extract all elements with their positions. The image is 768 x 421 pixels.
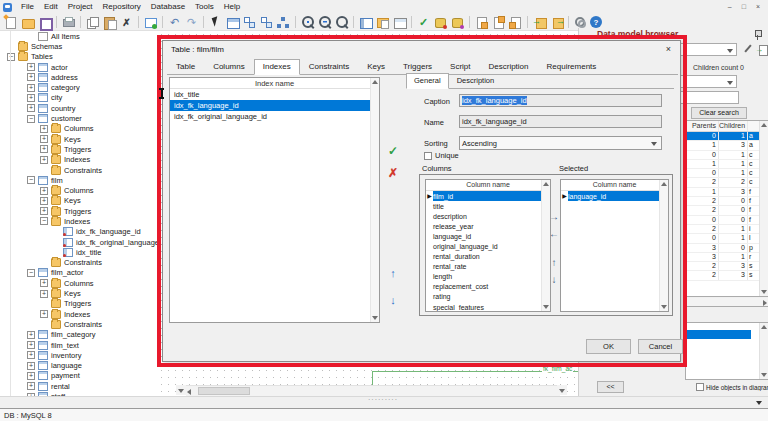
zoom-icon[interactable] — [334, 15, 349, 30]
grid-horizontal-scrollbar[interactable] — [685, 298, 768, 307]
scroll-down-icon[interactable] — [761, 373, 767, 377]
collapse-icon[interactable]: − — [27, 176, 35, 184]
scroll-up-icon[interactable] — [372, 80, 378, 84]
collapse-panel-button[interactable]: << — [597, 381, 624, 393]
panel-collapse-icon[interactable] — [756, 401, 762, 405]
delete-index-button[interactable]: ✗ — [385, 166, 401, 180]
tree-item-triggers[interactable]: Triggers — [0, 299, 176, 309]
column-row[interactable]: language_id — [426, 231, 550, 241]
collapse-icon[interactable]: − — [40, 217, 48, 225]
expand-icon[interactable]: + — [27, 382, 35, 390]
expand-icon[interactable]: + — [27, 104, 35, 112]
scroll-down-icon[interactable] — [661, 305, 667, 309]
tree-item-keys[interactable]: +Keys — [0, 134, 176, 144]
tree-item-all-items[interactable]: All Items — [0, 31, 176, 41]
expand-icon[interactable]: + — [40, 187, 48, 195]
table-row[interactable]: 13f — [686, 188, 768, 197]
tree-item-keys[interactable]: +Keys — [0, 196, 176, 206]
tree-item-columns[interactable]: +Columns — [0, 185, 176, 195]
minimize-icon[interactable]: – — [728, 0, 732, 14]
splitter-handle[interactable]: ········· — [368, 396, 398, 403]
menu-help[interactable]: Help — [219, 0, 245, 14]
scroll-down-icon[interactable] — [543, 305, 549, 309]
zoom-out-icon[interactable] — [317, 15, 332, 30]
validate-icon[interactable]: ✓ — [416, 15, 431, 30]
table-refresh-icon[interactable] — [143, 15, 158, 30]
column-row[interactable]: rating — [426, 292, 550, 302]
table-row[interactable]: 22c — [686, 178, 768, 187]
related-objects-list[interactable] — [685, 322, 768, 380]
tree-item-address[interactable]: +address — [0, 72, 176, 82]
tree-item-indexes[interactable]: −Indexes — [0, 216, 176, 226]
expand-icon[interactable]: + — [40, 125, 48, 133]
expand-icon[interactable]: + — [27, 362, 35, 370]
tree-item-film-actor[interactable]: −film_actor — [0, 268, 176, 278]
expand-icon[interactable]: + — [40, 145, 48, 153]
tree-item-columns[interactable]: +Columns — [0, 278, 176, 288]
canvas-horizontal-scrollbar[interactable] — [186, 385, 560, 396]
scroll-down-icon[interactable] — [176, 385, 186, 395]
tree-item-keys[interactable]: +Keys — [0, 288, 176, 298]
scrollbar-thumb[interactable] — [198, 387, 250, 395]
db-sync-icon[interactable] — [450, 15, 465, 30]
column-row[interactable]: description — [426, 211, 550, 221]
copy-icon[interactable] — [85, 15, 100, 30]
column-row[interactable]: release_year — [426, 221, 550, 231]
redo-icon[interactable]: ↷ — [184, 15, 199, 30]
grid-vertical-scrollbar[interactable] — [759, 121, 768, 296]
reorder-down-button[interactable]: ↓ — [548, 274, 560, 285]
column-row[interactable]: rental_rate — [426, 262, 550, 272]
move-down-button[interactable]: ↓ — [385, 294, 401, 306]
column-row[interactable]: title — [426, 201, 550, 211]
delete-icon[interactable]: ✗ — [119, 15, 134, 30]
scroll-left-icon[interactable] — [187, 389, 191, 395]
available-columns-list[interactable]: Column name ▶film_idtitledescriptionrele… — [425, 179, 551, 312]
tree-item-payment[interactable]: +payment — [0, 371, 176, 381]
expand-icon[interactable]: + — [40, 290, 48, 298]
table-row[interactable]: 13a — [686, 141, 768, 150]
expand-icon[interactable]: + — [27, 73, 35, 81]
duplicate-page-icon[interactable] — [508, 15, 523, 30]
scroll-down-icon[interactable] — [761, 290, 767, 294]
diagram-panel-icon[interactable] — [358, 15, 373, 30]
table-row[interactable]: 01c — [686, 169, 768, 178]
undo-icon[interactable]: ↶ — [167, 15, 182, 30]
grid-header-children[interactable]: Children — [719, 121, 748, 131]
columns-scrollbar[interactable] — [541, 180, 550, 311]
close-icon[interactable]: × — [756, 0, 760, 14]
close-icon[interactable]: × — [666, 44, 680, 54]
sorting-select[interactable]: Ascending — [459, 136, 662, 150]
help-icon[interactable]: ? — [590, 16, 602, 28]
tree-item-constraints[interactable]: Constraints — [0, 165, 176, 175]
table-row[interactable]: 01c — [686, 151, 768, 160]
tree-item-triggers[interactable]: +Triggers — [0, 206, 176, 216]
scroll-down-icon[interactable] — [372, 316, 378, 320]
table-row[interactable]: 20f — [686, 206, 768, 215]
index-list-header[interactable]: Index name — [170, 78, 379, 89]
columns-list-header[interactable]: Column name — [561, 180, 668, 191]
table-row[interactable]: 11c — [686, 160, 768, 169]
collapse-icon[interactable]: − — [7, 53, 15, 61]
tree-item-film-category[interactable]: +film_category — [0, 330, 176, 340]
collapse-icon[interactable]: − — [27, 115, 35, 123]
tree-item-rental[interactable]: +rental — [0, 381, 176, 391]
open-folder-icon[interactable] — [20, 15, 35, 30]
tree-item-language[interactable]: +language — [0, 361, 176, 371]
expand-icon[interactable]: + — [40, 310, 48, 318]
tree-item-country[interactable]: +country — [0, 103, 176, 113]
db-check-icon[interactable] — [433, 15, 448, 30]
tree-item-idx-fk-original-language-id[interactable]: idx_fk_original_language_id — [0, 237, 176, 247]
tree-item-schemas[interactable]: Schemas — [0, 41, 176, 51]
tree-item-columns[interactable]: +Columns — [0, 124, 176, 134]
column-row[interactable]: ▶language_id — [561, 191, 668, 201]
expand-icon[interactable]: + — [27, 94, 35, 102]
tables-grid[interactable]: ParentsChildren 01a13a01c11c01c22c13f20f… — [685, 120, 768, 297]
menu-tools[interactable]: Tools — [190, 0, 219, 14]
tree-item-tables[interactable]: −Tables — [0, 52, 176, 62]
index-row[interactable]: idx_fk_language_id — [170, 100, 379, 111]
expand-icon[interactable]: + — [27, 341, 35, 349]
documents-icon[interactable] — [375, 15, 390, 30]
column-row[interactable]: ▶film_id — [426, 191, 550, 201]
menu-database[interactable]: Database — [146, 0, 190, 14]
tree-item-indexes[interactable]: +Indexes — [0, 155, 176, 165]
